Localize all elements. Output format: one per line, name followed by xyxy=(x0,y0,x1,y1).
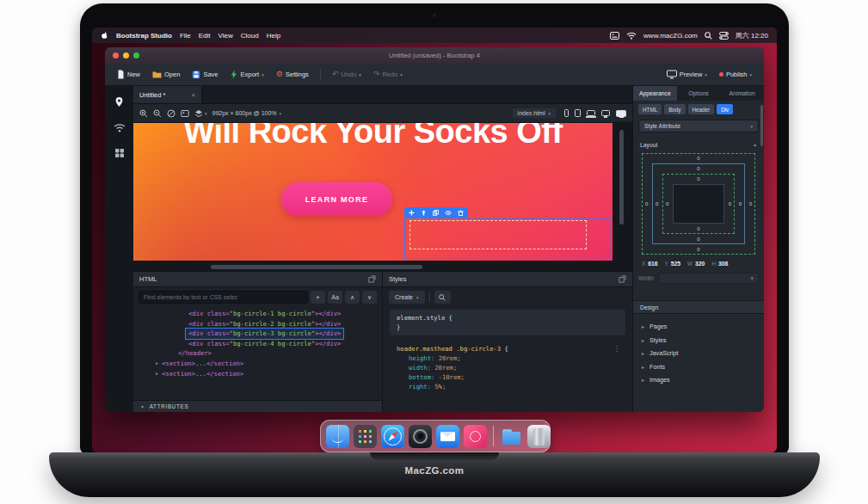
create-style-button[interactable]: Create▾ xyxy=(389,291,425,304)
attributes-section[interactable]: ▼ ATTRIBUTES xyxy=(133,400,382,412)
settings-button[interactable]: ⚙Settings xyxy=(271,68,314,81)
menu-cloud[interactable]: Cloud xyxy=(241,32,259,40)
design-item-javascript[interactable]: ▸JavaScript xyxy=(633,347,764,360)
canvas-horizontal-scrollbar[interactable] xyxy=(211,265,422,269)
find-next-icon[interactable]: ∨ xyxy=(362,291,377,304)
safari-dock-icon[interactable] xyxy=(381,425,404,448)
layout-section-header[interactable]: Layout ▲ xyxy=(633,138,764,151)
rule-menu-icon[interactable]: ⋮ xyxy=(613,344,620,353)
tab-animation[interactable]: Animation xyxy=(720,86,764,101)
inspector-scrollbar[interactable] xyxy=(760,105,763,146)
css-rule[interactable]: header.masthead .bg-circle-3 {⋮ height: … xyxy=(390,344,625,391)
folder-dock-icon[interactable] xyxy=(500,425,523,448)
canvas-vertical-scrollbar[interactable] xyxy=(619,130,624,224)
photos-dock-icon[interactable] xyxy=(464,425,487,448)
control-center-icon[interactable] xyxy=(719,32,729,40)
crumb-html[interactable]: HTML xyxy=(638,104,662,114)
css-property[interactable]: height: 20rem; xyxy=(397,353,619,363)
wifi-icon[interactable] xyxy=(626,32,637,40)
undo-button[interactable]: ↶Undo▾ xyxy=(327,68,366,81)
new-button[interactable]: New xyxy=(112,67,145,82)
duplicate-icon[interactable] xyxy=(433,210,439,216)
move-up-icon[interactable] xyxy=(421,210,427,216)
menu-file[interactable]: File xyxy=(180,32,191,40)
expand-icon[interactable]: ▶ xyxy=(156,369,158,379)
width-select[interactable]: ▾ xyxy=(658,273,759,284)
close-button[interactable] xyxy=(113,52,119,58)
find-previous-icon[interactable]: ∧ xyxy=(345,291,360,304)
element-style-rule[interactable]: element.style { } xyxy=(390,310,625,335)
css-property[interactable]: bottom: -10rem; xyxy=(397,372,619,382)
crumb-div[interactable]: Div xyxy=(717,104,733,114)
tab-close-icon[interactable]: × xyxy=(191,91,195,99)
apple-menu[interactable] xyxy=(101,31,108,40)
search-icon[interactable] xyxy=(705,32,712,40)
crumb-body[interactable]: Body xyxy=(664,104,685,114)
mail-dock-icon[interactable] xyxy=(436,425,459,448)
publish-button[interactable]: Publish▾ xyxy=(714,68,757,81)
tab-options[interactable]: Options xyxy=(677,86,721,101)
tab-untitled[interactable]: Untitled * × xyxy=(133,86,202,103)
css-property[interactable]: width: 20rem; xyxy=(397,363,619,372)
tree-node[interactable]: <div class="bg-circle-4 bg-circle"></div… xyxy=(133,339,382,349)
preview-button[interactable]: Preview▾ xyxy=(662,67,712,82)
launchpad-dock-icon[interactable] xyxy=(354,425,377,448)
zoom-in-icon[interactable] xyxy=(139,109,148,118)
trash-dock-icon[interactable] xyxy=(527,425,551,448)
minimize-button[interactable] xyxy=(123,52,129,58)
page-file-select[interactable]: index.html▾ xyxy=(513,108,556,118)
input-source-icon[interactable] xyxy=(610,32,619,40)
disable-overlay-icon[interactable] xyxy=(167,109,175,118)
hide-icon[interactable] xyxy=(445,210,452,216)
crumb-header[interactable]: Header xyxy=(688,104,715,114)
layers-icon[interactable]: ▾ xyxy=(194,109,207,118)
collapse-icon[interactable]: ▲ xyxy=(753,142,757,147)
design-section-header[interactable]: Design xyxy=(633,300,764,314)
frame-icon[interactable] xyxy=(181,109,189,118)
delete-icon[interactable] xyxy=(458,210,464,216)
design-item-pages[interactable]: ▸Pages xyxy=(633,320,764,334)
camera-app-dock-icon[interactable] xyxy=(409,425,432,448)
design-item-images[interactable]: ▸Images xyxy=(633,373,764,387)
tree-node[interactable]: ▶<section>...</section> xyxy=(133,369,382,380)
menubar-clock[interactable]: 周六 12:20 xyxy=(736,31,768,40)
zoom-button[interactable] xyxy=(133,52,139,58)
pin-icon[interactable] xyxy=(114,96,125,108)
tree-node[interactable]: <div class="bg-circle-2 bg-circle"></div… xyxy=(133,319,382,329)
wifi-preview-icon[interactable] xyxy=(114,123,126,132)
tree-node[interactable]: ▶<section>...</section> xyxy=(133,359,382,370)
css-property[interactable]: right: 5%; xyxy=(397,382,619,391)
tablet-view-icon[interactable] xyxy=(575,109,581,117)
design-item-styles[interactable]: ▸Styles xyxy=(633,334,764,347)
zoom-out-icon[interactable] xyxy=(153,109,162,118)
design-item-fonts[interactable]: ▸Fonts xyxy=(633,360,764,374)
match-case-button[interactable]: Aa xyxy=(328,291,342,304)
menu-edit[interactable]: Edit xyxy=(199,32,211,40)
viewport-size-select[interactable]: 992px × 600px @ 100%▾ xyxy=(212,110,282,116)
tab-appearance[interactable]: Appearance xyxy=(633,86,677,101)
tree-node[interactable]: </header> xyxy=(133,348,382,359)
detach-panel-icon[interactable] xyxy=(368,275,376,283)
save-button[interactable]: Save xyxy=(187,68,223,82)
tree-node[interactable]: <div class="bg-circle-1 bg-circle"></div… xyxy=(133,309,382,319)
pick-element-icon[interactable]: ⌖ xyxy=(311,291,325,304)
move-icon[interactable] xyxy=(409,210,415,216)
finder-dock-icon[interactable] xyxy=(326,425,349,448)
monitor-view-icon[interactable] xyxy=(601,110,610,116)
style-attribute-select[interactable]: Style Attribute ▾ xyxy=(638,120,759,132)
detach-panel-icon[interactable] xyxy=(619,275,626,283)
menu-view[interactable]: View xyxy=(219,32,233,40)
box-model[interactable]: 0 0 0 0 0 0 0 0 0 0 0 0 xyxy=(642,153,755,255)
grid-icon[interactable] xyxy=(114,148,125,158)
export-button[interactable]: Export▾ xyxy=(225,67,268,82)
redo-button[interactable]: ↷Redo▾ xyxy=(368,68,408,81)
menubar-url[interactable]: www.macZG.com xyxy=(643,32,698,40)
hero-preview[interactable]: Will Rock Your Socks Off LEARN MORE xyxy=(133,123,613,261)
hero-heading[interactable]: Will Rock Your Socks Off xyxy=(133,123,613,151)
expand-icon[interactable]: ▶ xyxy=(156,359,158,369)
learn-more-button[interactable]: LEARN MORE xyxy=(281,182,392,216)
search-styles-icon[interactable] xyxy=(434,291,451,304)
menu-help[interactable]: Help xyxy=(267,32,280,40)
phone-view-icon[interactable] xyxy=(564,109,569,117)
find-elements-input[interactable] xyxy=(139,291,308,304)
